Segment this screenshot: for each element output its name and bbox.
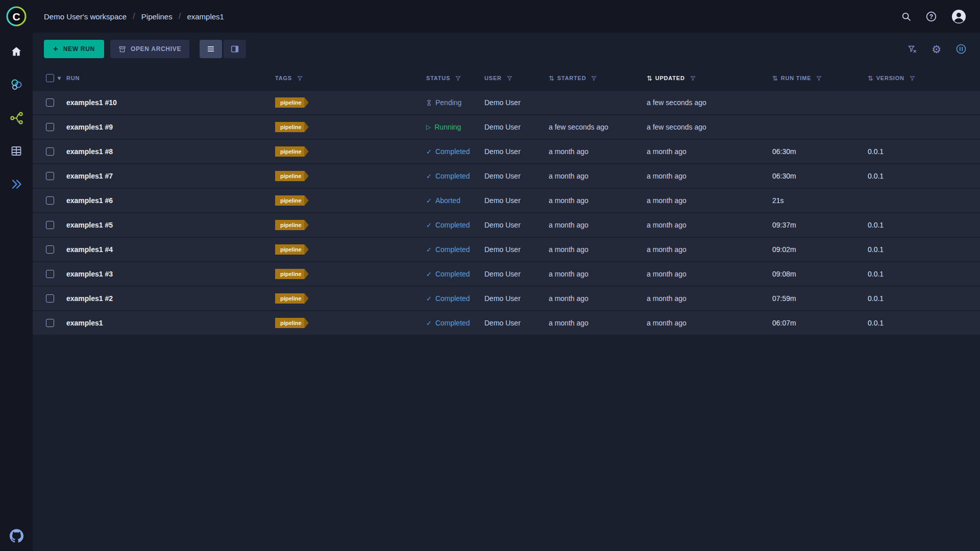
table-row[interactable]: examples1 #8 pipeline ▷ ✓ Completed Demo… (33, 140, 980, 164)
table-row[interactable]: examples1 #9 pipeline ▷ ✓ Running Demo U… (33, 115, 980, 140)
tag-badge[interactable]: pipeline (275, 318, 309, 328)
filter-icon[interactable] (591, 76, 597, 81)
row-checkbox[interactable] (46, 147, 54, 156)
check-icon: ✓ (426, 197, 432, 204)
sidebar-item-pipelines[interactable] (7, 108, 26, 128)
column-header-tags[interactable]: TAGS (275, 75, 426, 81)
search-button[interactable] (901, 11, 912, 22)
breadcrumb-workspace[interactable]: Demo User's workspace (44, 12, 127, 21)
clear-filters-button[interactable] (908, 44, 917, 54)
status-label: Completed (435, 172, 470, 180)
user-cell: Demo User (484, 245, 549, 254)
new-run-button[interactable]: + NEW RUN (44, 40, 104, 58)
run-name[interactable]: examples1 #6 (66, 196, 275, 205)
started-cell: a month ago (549, 221, 647, 229)
tag-badge[interactable]: pipeline (275, 97, 309, 108)
github-link[interactable] (10, 529, 23, 543)
filter-icon[interactable] (297, 76, 303, 81)
sort-icon[interactable]: ⇅ (868, 74, 874, 82)
column-header-status[interactable]: STATUS (426, 75, 484, 81)
tag-badge[interactable]: pipeline (275, 171, 309, 181)
sort-icon[interactable]: ⇅ (549, 74, 555, 82)
column-header-version[interactable]: ⇅ VERSION (868, 74, 980, 82)
row-checkbox[interactable] (46, 319, 54, 327)
run-name[interactable]: examples1 #5 (66, 221, 275, 229)
row-check-cell (33, 221, 66, 229)
tag-badge[interactable]: pipeline (275, 269, 309, 279)
run-name[interactable]: examples1 #4 (66, 245, 275, 254)
started-cell: a month ago (549, 294, 647, 303)
sidebar-item-reports[interactable] (7, 174, 26, 194)
status-label: Pending (435, 98, 461, 107)
sort-icon[interactable]: ⇅ (647, 74, 653, 82)
table-row[interactable]: examples1 #2 pipeline ▷ ✓ Completed Demo… (33, 287, 980, 311)
split-view-button[interactable] (224, 40, 246, 58)
row-checkbox[interactable] (46, 98, 54, 107)
run-name[interactable]: examples1 #8 (66, 147, 275, 156)
pipeline-toolbar: + NEW RUN OPEN ARCHIVE (33, 33, 980, 65)
table-row[interactable]: examples1 #5 pipeline ▷ ✓ Completed Demo… (33, 213, 980, 238)
row-checkbox[interactable] (46, 172, 54, 180)
status-badge: ▷ ✓ Completed (426, 147, 484, 156)
run-name[interactable]: examples1 (66, 319, 275, 327)
breadcrumb-current[interactable]: examples1 (187, 12, 224, 21)
table-row[interactable]: examples1 pipeline ▷ ✓ Completed Demo Us… (33, 311, 980, 336)
sidebar-item-datasets[interactable] (7, 141, 26, 161)
filter-icon[interactable] (507, 76, 512, 81)
table-row[interactable]: examples1 #4 pipeline ▷ ✓ Completed Demo… (33, 238, 980, 262)
row-checkbox[interactable] (46, 245, 54, 254)
sidebar-item-dashboard[interactable] (7, 42, 26, 61)
column-header-run[interactable]: RUN (66, 75, 275, 81)
column-header-updated[interactable]: ⇅ UPDATED (647, 74, 772, 82)
help-button[interactable]: ? (925, 11, 937, 22)
sidebar-item-projects[interactable] (7, 75, 26, 94)
filter-icon[interactable] (816, 76, 822, 81)
breadcrumb-pipelines[interactable]: Pipelines (141, 12, 173, 21)
column-header-started[interactable]: ⇅ STARTED (549, 74, 647, 82)
row-checkbox[interactable] (46, 294, 54, 303)
filter-icon[interactable] (690, 76, 696, 81)
table-row[interactable]: examples1 #7 pipeline ▷ ✓ Completed Demo… (33, 164, 980, 189)
run-name[interactable]: examples1 #10 (66, 98, 275, 107)
run-name[interactable]: examples1 #2 (66, 294, 275, 303)
clearml-logo[interactable]: C (0, 0, 33, 33)
settings-button[interactable]: ⚙ (932, 44, 941, 55)
user-cell: Demo User (484, 123, 549, 131)
tag-badge[interactable]: pipeline (275, 220, 309, 230)
run-name[interactable]: examples1 #7 (66, 172, 275, 180)
updated-cell: a month ago (647, 172, 772, 180)
row-checkbox[interactable] (46, 196, 54, 205)
column-header-user[interactable]: USER (484, 75, 549, 81)
started-cell: a month ago (549, 319, 647, 327)
plus-icon: + (53, 44, 59, 53)
play-icon: ▷ (426, 124, 431, 130)
filter-icon[interactable] (910, 76, 915, 81)
row-checkbox[interactable] (46, 221, 54, 229)
chevron-down-icon[interactable]: ▾ (58, 74, 61, 82)
run-name[interactable]: examples1 #9 (66, 123, 275, 131)
tag-badge[interactable]: pipeline (275, 195, 309, 206)
version-cell: 0.0.1 (868, 221, 980, 229)
select-all-checkbox[interactable] (46, 74, 54, 82)
tag-badge[interactable]: pipeline (275, 122, 309, 132)
table-row[interactable]: examples1 #10 pipeline ▷ ✓ Pending Demo … (33, 91, 980, 115)
run-name[interactable]: examples1 #3 (66, 270, 275, 278)
sidebar-nav (7, 42, 26, 194)
tag-badge[interactable]: pipeline (275, 146, 309, 157)
user-avatar[interactable] (951, 9, 967, 24)
table-row[interactable]: examples1 #3 pipeline ▷ ✓ Completed Demo… (33, 262, 980, 287)
run-time-cell: 09:37m (772, 221, 868, 229)
user-cell: Demo User (484, 172, 549, 180)
tags-cell: pipeline (275, 293, 426, 304)
sort-icon[interactable]: ⇅ (772, 74, 778, 82)
autorefresh-toggle[interactable] (955, 43, 967, 55)
column-header-run-time[interactable]: ⇅ RUN TIME (772, 74, 868, 82)
row-checkbox[interactable] (46, 123, 54, 131)
row-checkbox[interactable] (46, 270, 54, 278)
table-view-button[interactable] (200, 40, 222, 58)
tag-badge[interactable]: pipeline (275, 293, 309, 304)
tag-badge[interactable]: pipeline (275, 244, 309, 255)
filter-icon[interactable] (455, 76, 461, 81)
table-row[interactable]: examples1 #6 pipeline ▷ ✓ Aborted Demo U… (33, 189, 980, 213)
open-archive-button[interactable]: OPEN ARCHIVE (110, 40, 189, 58)
